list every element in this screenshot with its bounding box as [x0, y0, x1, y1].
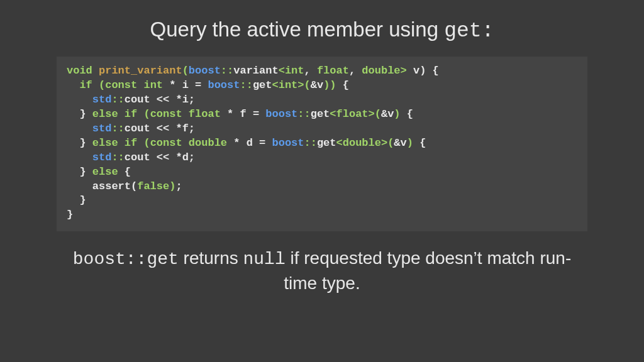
code-token: float: [189, 108, 221, 120]
code-token: const: [150, 108, 182, 120]
code-token: >(: [381, 137, 394, 149]
code-token: ): [394, 108, 400, 120]
title-prefix: Query the active member using: [150, 18, 445, 41]
code-token: [137, 108, 143, 120]
code-token: std: [92, 94, 112, 106]
code-token: v: [401, 137, 407, 149]
code-token: double: [343, 137, 381, 149]
code-token: ::: [111, 94, 124, 106]
code-token: }: [67, 194, 86, 206]
title-suffix: :: [482, 19, 494, 43]
code-token: (: [143, 137, 150, 149]
code-token: ::: [111, 123, 124, 134]
code-token: (: [143, 108, 150, 120]
code-token: [137, 79, 143, 91]
code-token: (: [182, 65, 189, 77]
code-token: boost: [272, 137, 304, 149]
code-token: boost: [265, 108, 297, 120]
code-token: int: [279, 79, 298, 91]
code-token: [67, 79, 79, 91]
code-token: }: [67, 108, 92, 120]
code-token: ,: [349, 65, 362, 77]
code-token: ::: [240, 79, 252, 91]
code-token: [265, 137, 272, 149]
code-token: *: [175, 94, 182, 106]
code-token: [67, 123, 92, 134]
code-token: [227, 137, 233, 149]
code-token: >: [401, 65, 407, 77]
code-token: get: [317, 137, 336, 149]
code-token: variant: [233, 65, 278, 77]
code-token: const: [150, 137, 182, 149]
code-token: =: [195, 79, 201, 91]
code-token: >(: [297, 79, 310, 91]
caption-text: if requested type doesn’t match run-time…: [284, 248, 571, 293]
code-token: [67, 94, 92, 106]
code-token: {: [336, 79, 349, 91]
code-token: &: [381, 108, 387, 120]
code-token: ::: [297, 108, 310, 120]
code-token: [118, 108, 125, 120]
title-mono: get: [444, 19, 481, 43]
code-token: ::: [111, 151, 124, 163]
code-token: [182, 108, 189, 120]
code-token: [67, 151, 92, 163]
code-token: <<: [157, 94, 169, 106]
code-token: ;: [175, 180, 182, 192]
code-token: get: [253, 79, 272, 91]
code-token: boost: [208, 79, 240, 91]
code-token: ::: [304, 137, 317, 149]
code-token: )): [323, 79, 336, 91]
code-token: *: [175, 151, 182, 163]
code-token: double: [362, 65, 400, 77]
code-token: *: [169, 79, 175, 91]
code-token: {: [118, 166, 131, 178]
code-token: i: [175, 79, 195, 91]
code-token: f: [233, 108, 253, 120]
code-token: [259, 108, 265, 120]
code-token: &: [311, 79, 317, 91]
code-token: d: [240, 137, 259, 149]
code-token: [137, 137, 143, 149]
code-token: {: [401, 108, 413, 120]
code-token: std: [92, 123, 112, 134]
code-token: <: [336, 137, 343, 149]
code-token: [92, 79, 99, 91]
code-token: else: [92, 137, 118, 149]
code-token: std: [92, 151, 112, 163]
code-token: ): [407, 137, 413, 149]
code-token: if: [125, 137, 137, 149]
caption-mono: null: [243, 250, 286, 269]
code-token: v) {: [407, 65, 439, 77]
code-token: v: [317, 79, 323, 91]
code-token: cout: [125, 151, 150, 163]
code-token: <: [279, 65, 285, 77]
caption-text: returns: [179, 248, 243, 268]
code-token: [150, 151, 157, 163]
code-token: <<: [157, 123, 169, 134]
code-token: void: [67, 65, 92, 77]
code-token: >(: [369, 108, 381, 120]
code-token: d;: [182, 151, 195, 163]
code-token: ::: [221, 65, 233, 77]
code-token: [169, 94, 175, 106]
code-token: if: [125, 108, 137, 120]
code-token: double: [189, 137, 227, 149]
caption: boost::get returns null if requested typ…: [57, 246, 587, 295]
code-token: float: [336, 108, 369, 120]
code-token: }: [67, 209, 73, 221]
code-token: <<: [157, 151, 169, 163]
code-token: *: [227, 108, 233, 120]
code-token: f;: [182, 123, 195, 134]
code-token: &: [394, 137, 400, 149]
code-token: =: [259, 137, 265, 149]
code-token: =: [253, 108, 259, 120]
code-token: int: [285, 65, 304, 77]
code-token: *: [175, 123, 182, 134]
code-token: (: [99, 79, 105, 91]
code-token: }: [67, 137, 92, 149]
code-token: get: [311, 108, 330, 120]
code-token: [150, 123, 157, 134]
code-token: [169, 151, 175, 163]
code-token: {: [413, 137, 426, 149]
